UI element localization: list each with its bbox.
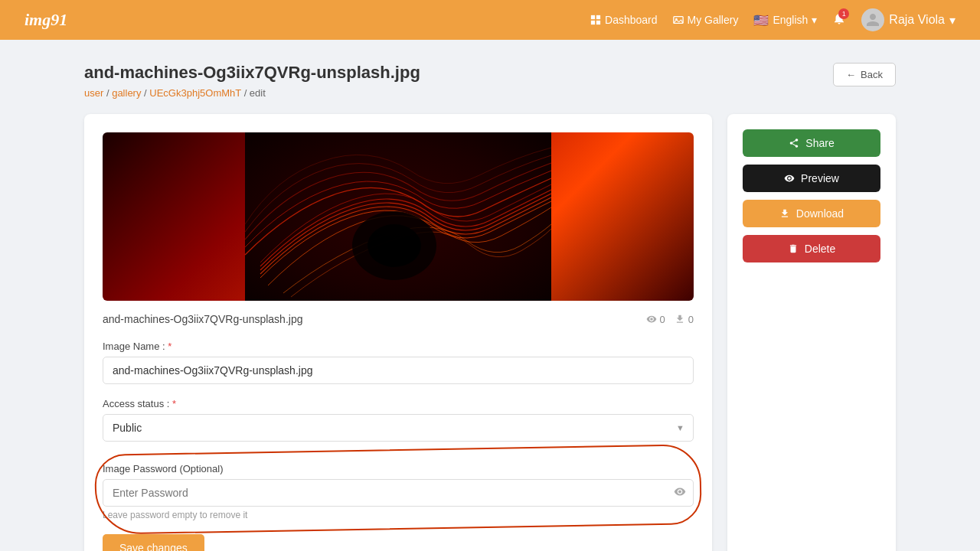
required-star-2: *	[172, 398, 176, 409]
back-button[interactable]: ← Back	[833, 63, 896, 86]
access-status-label: Access status : *	[103, 398, 694, 409]
breadcrumb-user[interactable]: user	[84, 87, 103, 99]
preview-image	[103, 132, 694, 301]
breadcrumb-action: edit	[250, 87, 266, 99]
dashboard-icon	[590, 15, 601, 25]
password-wrapper	[103, 479, 694, 507]
user-chevron-icon: ▾	[949, 13, 956, 28]
access-status-group: Access status : * Public Private	[103, 398, 694, 442]
back-arrow-icon: ←	[846, 69, 856, 80]
image-name-group: Image Name : *	[103, 341, 694, 384]
view-count-value: 0	[660, 314, 665, 325]
download-button[interactable]: Download	[743, 200, 880, 227]
language-label: English	[773, 14, 808, 26]
top-header: img91 Dashboard My Gallery 🇺🇸 English ▾ …	[0, 0, 980, 40]
preview-button[interactable]: Preview	[743, 165, 880, 192]
flag-icon: 🇺🇸	[753, 13, 769, 28]
download-count-value: 0	[688, 314, 694, 325]
view-count: 0	[646, 314, 665, 325]
dashboard-link[interactable]: Dashboard	[590, 14, 658, 26]
chevron-down-icon: ▾	[812, 14, 817, 26]
notification-button[interactable]: 1	[832, 11, 846, 28]
gallery-icon	[673, 15, 684, 25]
svg-rect-2	[591, 21, 595, 24]
edit-form: Image Name : * Access status : * Public	[103, 341, 694, 551]
svg-rect-3	[596, 21, 600, 24]
breadcrumb-gallery[interactable]: gallery	[112, 87, 141, 99]
eye-icon	[646, 314, 657, 324]
content-grid: and-machines-Og3iix7QVRg-unsplash.jpg 0 …	[84, 114, 896, 551]
image-filename-text: and-machines-Og3iix7QVRg-unsplash.jpg	[103, 313, 302, 325]
page-header: and-machines-Og3iix7QVRg-unsplash.jpg us…	[84, 63, 896, 99]
breadcrumb: user / gallery / UEcGk3phj5OmMhT / edit	[84, 87, 420, 99]
notification-badge: 1	[838, 8, 849, 19]
title-area: and-machines-Og3iix7QVRg-unsplash.jpg us…	[84, 63, 420, 99]
share-button[interactable]: Share	[743, 129, 880, 157]
required-star: *	[168, 341, 172, 352]
user-avatar-icon	[865, 12, 880, 28]
download-label: Download	[796, 207, 844, 220]
main-content: and-machines-Og3iix7QVRg-unsplash.jpg us…	[69, 40, 911, 551]
download-count: 0	[675, 314, 694, 325]
access-status-select[interactable]: Public Private	[103, 414, 694, 442]
password-hint: Leave password empty to remove it	[103, 510, 694, 520]
image-preview	[103, 132, 694, 301]
password-group: Image Password (Optional) Leave password…	[103, 463, 694, 520]
password-label: Image Password (Optional)	[103, 463, 694, 474]
breadcrumb-id[interactable]: UEcGk3phj5OmMhT	[149, 87, 241, 99]
back-label: Back	[861, 69, 883, 80]
download-count-icon	[675, 314, 685, 324]
access-status-wrapper: Public Private	[103, 414, 694, 442]
sidebar-card: Share Preview Download Delete	[727, 114, 896, 551]
user-menu[interactable]: Raja Viola ▾	[861, 8, 956, 31]
svg-rect-0	[591, 15, 595, 19]
save-changes-button[interactable]: Save changes	[103, 534, 204, 551]
preview-icon	[784, 173, 795, 184]
preview-label: Preview	[801, 172, 839, 184]
page-title: and-machines-Og3iix7QVRg-unsplash.jpg	[84, 63, 420, 83]
svg-point-8	[368, 224, 421, 267]
svg-rect-4	[673, 17, 682, 24]
password-toggle-button[interactable]	[674, 486, 686, 500]
my-gallery-link[interactable]: My Gallery	[673, 14, 739, 26]
image-stats: 0 0	[646, 314, 694, 325]
svg-rect-1	[596, 15, 600, 19]
dashboard-label: Dashboard	[605, 14, 658, 26]
language-selector[interactable]: 🇺🇸 English ▾	[753, 13, 817, 28]
my-gallery-label: My Gallery	[688, 14, 739, 26]
image-name-input[interactable]	[103, 357, 694, 384]
user-name-label: Raja Viola	[889, 13, 945, 27]
eye-toggle-icon	[674, 486, 686, 498]
delete-label: Delete	[805, 243, 835, 255]
image-info-row: and-machines-Og3iix7QVRg-unsplash.jpg 0 …	[103, 313, 694, 325]
download-icon	[779, 208, 790, 219]
main-card: and-machines-Og3iix7QVRg-unsplash.jpg 0 …	[84, 114, 712, 551]
share-label: Share	[805, 137, 834, 149]
top-nav: Dashboard My Gallery 🇺🇸 English ▾ 1 Raja…	[590, 8, 956, 31]
logo[interactable]: img91	[24, 10, 67, 30]
avatar	[861, 8, 884, 31]
password-input[interactable]	[103, 479, 694, 507]
image-name-label: Image Name : *	[103, 341, 694, 352]
trash-icon	[788, 243, 799, 254]
delete-button[interactable]: Delete	[743, 235, 880, 262]
password-section: Image Password (Optional) Leave password…	[103, 455, 694, 528]
share-icon	[789, 138, 799, 148]
